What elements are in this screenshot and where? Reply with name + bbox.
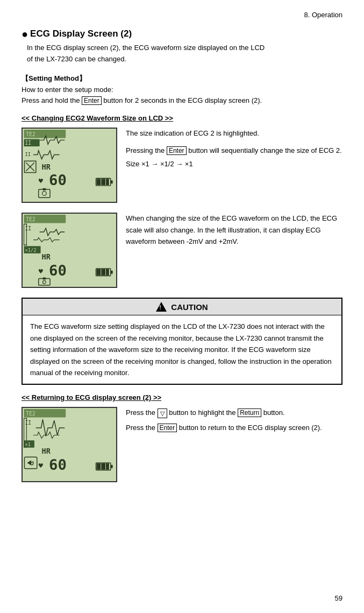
svg-rect-14 <box>97 179 101 185</box>
setting-method-block: 【Setting Method】 How to enter the setup … <box>22 74 342 107</box>
bullet-icon: ● <box>22 29 28 39</box>
sub2-title: << Returning to ECG display screen (2) >… <box>22 393 342 401</box>
svg-text:TE2: TE2 <box>26 216 35 222</box>
sub2-text1-post: button to highlight the <box>169 408 235 417</box>
svg-text:II: II <box>25 140 31 146</box>
sub2-text2-post: button to return to the ECG display scre… <box>179 424 322 432</box>
sub2-text2-pre: Press the <box>126 424 155 432</box>
sub1-size: Size ×1 → ×1/2 → ×1 <box>126 158 342 170</box>
caution-box: CAUTION The ECG waveform size setting di… <box>22 298 342 385</box>
page-number: 59 <box>335 594 342 602</box>
svg-text:TE2: TE2 <box>26 411 35 417</box>
sub1-text2-pre: Pressing the <box>126 146 165 154</box>
svg-rect-54 <box>111 465 113 468</box>
setting-method-title: 【Setting Method】 <box>22 74 342 83</box>
sub1-title: << Changing ECG2 Waveform Size on LCD >> <box>22 114 342 122</box>
sub1-text2: Pressing the Enter button will sequentia… <box>126 145 342 157</box>
svg-rect-33 <box>111 271 113 274</box>
content-row-1: TE2 II II HR ♥ 60 <box>22 128 342 203</box>
sub2-text-block: Press the ▽ button to highlight the Retu… <box>126 407 342 434</box>
svg-rect-56 <box>101 463 105 470</box>
setting-how: How to enter the setup mode: <box>22 84 342 96</box>
setting-rest-text: button for 2 seconds in the ECG display … <box>103 96 262 104</box>
svg-text:TE2: TE2 <box>26 131 35 137</box>
svg-text:60: 60 <box>49 262 67 279</box>
svg-text:II: II <box>25 420 31 426</box>
caution-header-text: CAUTION <box>171 302 208 312</box>
caution-body: The ECG waveform size setting displayed … <box>23 315 341 384</box>
enter-key-2: Enter <box>167 146 187 155</box>
setting-press-line: Press and hold the Enter button for 2 se… <box>22 95 342 107</box>
svg-text:♥: ♥ <box>39 267 44 276</box>
sub1-title-text: << Changing ECG2 Waveform Size on LCD >> <box>22 114 173 122</box>
svg-rect-35 <box>101 269 105 276</box>
svg-rect-15 <box>101 179 105 185</box>
svg-rect-36 <box>106 269 109 276</box>
sub1-text-block-2: When changing the size of the ECG wavefo… <box>126 213 342 247</box>
page-header: 8. Operation <box>22 11 342 19</box>
svg-text:×1/2: ×1/2 <box>25 248 36 253</box>
sub2-text2: Press the Enter button to return to the … <box>126 422 342 434</box>
svg-rect-34 <box>97 269 101 276</box>
desc-line1: In the ECG display screen (2), the ECG w… <box>27 43 342 54</box>
svg-text:HR: HR <box>42 163 51 171</box>
content-row-2: TE2 II ×1/2 HR ♥ 60 <box>22 213 342 288</box>
sub2-text1-end: button. <box>263 408 285 417</box>
content-row-3: TE2 II ×1 HR ♥ 60 <box>22 407 342 482</box>
sub2-text1-pre: Press the <box>126 408 155 417</box>
svg-rect-19 <box>42 188 46 191</box>
sub2-title-text: << Returning to ECG display screen (2) >… <box>22 393 161 401</box>
down-button-icon: ▽ <box>158 408 167 418</box>
enter-key-3: Enter <box>158 424 177 432</box>
section-description: In the ECG display screen (2), the ECG w… <box>27 43 342 65</box>
setting-press-text: Press and hold the <box>22 96 80 104</box>
svg-text:HR: HR <box>42 447 51 456</box>
sub1-text2-post: button will sequentially change the size… <box>188 146 341 154</box>
return-key: Return <box>238 408 261 417</box>
svg-rect-39 <box>42 278 46 280</box>
svg-rect-16 <box>106 179 109 185</box>
caution-triangle-icon <box>156 302 167 312</box>
svg-rect-13 <box>111 180 113 184</box>
page-header-text: 8. Operation <box>304 11 342 19</box>
lcd-screen-1: TE2 II II HR ♥ 60 <box>22 128 117 203</box>
caution-header: CAUTION <box>23 299 341 315</box>
svg-rect-55 <box>97 463 101 470</box>
svg-text:HR: HR <box>42 253 51 262</box>
svg-text:×1: ×1 <box>25 442 31 447</box>
setting-how-text: How to enter the setup mode: <box>22 86 113 94</box>
sub2-text1: Press the ▽ button to highlight the Retu… <box>126 407 342 419</box>
svg-text:60: 60 <box>49 456 67 473</box>
svg-text:II: II <box>25 226 31 231</box>
lcd-screen-3: TE2 II ×1 HR ♥ 60 <box>22 407 117 482</box>
sub1-text1: The size indication of ECG 2 is highligh… <box>126 128 342 139</box>
svg-text:II: II <box>25 152 31 157</box>
svg-text:60: 60 <box>49 172 67 188</box>
svg-rect-57 <box>106 463 109 470</box>
section-title: ● ECG Display Screen (2) <box>22 29 342 39</box>
sub1-text-block-1: The size indication of ECG 2 is highligh… <box>126 128 342 170</box>
svg-text:♥: ♥ <box>39 461 44 470</box>
sub1-text3: When changing the size of the ECG wavefo… <box>126 213 342 247</box>
enter-key-1: Enter <box>82 96 102 105</box>
svg-text:♥: ♥ <box>39 177 44 185</box>
lcd-screen-2: TE2 II ×1/2 HR ♥ 60 <box>22 213 117 288</box>
section-title-text: ECG Display Screen (2) <box>30 29 132 39</box>
desc-line2: of the LX-7230 can be changed. <box>27 54 342 65</box>
